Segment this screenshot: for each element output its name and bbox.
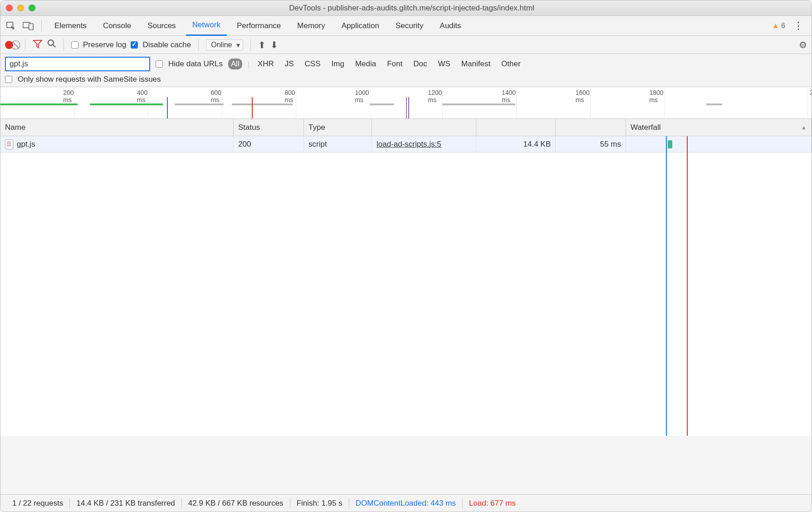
separator: [41, 20, 42, 32]
tick-label: 400 ms: [137, 89, 150, 103]
type-chip-font[interactable]: Font: [384, 59, 405, 69]
tick-label: 1600 ms: [576, 89, 592, 103]
filter-input[interactable]: [5, 57, 150, 71]
throttling-select[interactable]: Online: [206, 39, 243, 50]
tick-label: 1800 ms: [649, 89, 666, 103]
warnings-badge[interactable]: ▲ 6: [772, 21, 785, 30]
filter-icon[interactable]: [33, 39, 43, 50]
cell-time: 55 ms: [556, 136, 626, 152]
cell-size: 14.4 KB: [476, 136, 556, 152]
col-status[interactable]: Status: [234, 119, 304, 136]
preserve-log-checkbox[interactable]: [71, 41, 78, 49]
table-row[interactable]: gpt.js 200 script load-ad-scripts.js:5 1…: [0, 136, 812, 153]
col-initiator[interactable]: [372, 119, 476, 136]
tick-label: 1400 ms: [502, 89, 519, 103]
inspect-element-icon[interactable]: [4, 19, 18, 33]
samesite-label: Only show requests with SameSite issues: [18, 75, 161, 84]
type-chip-xhr[interactable]: XHR: [255, 59, 277, 69]
cell-type: script: [304, 136, 372, 152]
svg-line-4: [53, 45, 55, 47]
type-chip-all[interactable]: All: [228, 59, 242, 69]
status-bar: 1 / 22 requests 14.4 KB / 231 KB transfe…: [0, 494, 812, 512]
separator: [64, 39, 64, 51]
type-chip-img[interactable]: Img: [329, 59, 347, 69]
status-load: Load: 677 ms: [463, 498, 522, 509]
tab-audits[interactable]: Audits: [433, 16, 467, 36]
type-chip-media[interactable]: Media: [352, 59, 379, 69]
request-table: gpt.js 200 script load-ad-scripts.js:5 1…: [0, 136, 812, 436]
cell-name[interactable]: gpt.js: [0, 136, 234, 152]
col-type[interactable]: Type: [304, 119, 372, 136]
device-toolbar-icon[interactable]: [21, 19, 35, 33]
more-options-icon[interactable]: ⋮: [789, 20, 808, 32]
type-chip-doc[interactable]: Doc: [411, 59, 430, 69]
tab-sources[interactable]: Sources: [141, 16, 182, 36]
cell-initiator[interactable]: load-ad-scripts.js:5: [372, 136, 476, 152]
disable-cache-checkbox[interactable]: [131, 41, 138, 49]
cell-status: 200: [234, 136, 304, 152]
search-icon[interactable]: [47, 39, 56, 50]
col-name[interactable]: Name: [0, 119, 234, 136]
tick-label: 600 ms: [211, 89, 224, 103]
request-name: gpt.js: [17, 140, 35, 149]
warning-count: 6: [781, 22, 785, 30]
type-chip-css[interactable]: CSS: [302, 59, 323, 69]
cell-waterfall: [626, 136, 812, 152]
initiator-link[interactable]: load-ad-scripts.js:5: [377, 140, 441, 149]
separator: [25, 39, 25, 51]
svg-rect-2: [29, 23, 33, 30]
type-chip-ws[interactable]: WS: [435, 59, 453, 69]
samesite-checkbox[interactable]: [5, 76, 12, 83]
warning-icon: ▲: [772, 21, 779, 30]
zoom-window-button[interactable]: [29, 5, 35, 11]
close-window-button[interactable]: [6, 5, 13, 11]
filter-bar: Hide data URLs All | XHR JS CSS Img Medi…: [0, 54, 812, 87]
separator: [250, 39, 251, 51]
tab-security[interactable]: Security: [389, 16, 430, 36]
tick-label: 2000: [810, 89, 812, 96]
timeline-overview[interactable]: 200 ms 400 ms 600 ms 800 ms 1000 ms 1200…: [0, 87, 812, 119]
tab-performance[interactable]: Performance: [230, 16, 287, 36]
type-chip-js[interactable]: JS: [282, 59, 297, 69]
svg-point-3: [48, 40, 54, 45]
hide-data-urls-label: Hide data URLs: [168, 59, 223, 69]
tick-label: 800 ms: [284, 89, 298, 103]
upload-icon[interactable]: ⬆: [258, 39, 266, 50]
status-domcontentloaded: DOMContentLoaded: 443 ms: [349, 498, 463, 509]
minimize-window-button[interactable]: [17, 5, 24, 11]
status-transferred: 14.4 KB / 231 KB transferred: [70, 498, 181, 509]
tab-console[interactable]: Console: [97, 16, 137, 36]
table-header: Name Status Type Waterfall: [0, 119, 812, 136]
type-chip-other[interactable]: Other: [499, 59, 523, 69]
tab-elements[interactable]: Elements: [48, 16, 93, 36]
tab-memory[interactable]: Memory: [291, 16, 331, 36]
tick-label: 1200 ms: [428, 89, 445, 103]
type-chip-manifest[interactable]: Manifest: [459, 59, 493, 69]
panel-tabs: Elements Console Sources Network Perform…: [0, 16, 812, 36]
status-requests: 1 / 22 requests: [6, 498, 70, 509]
col-size[interactable]: [476, 119, 556, 136]
col-time[interactable]: [556, 119, 626, 136]
settings-gear-icon[interactable]: ⚙: [799, 39, 807, 50]
network-toolbar: ⃠ Preserve log Disable cache Online ⬆ ⬇ …: [0, 36, 812, 54]
titlebar: DevTools - publisher-ads-audits.glitch.m…: [0, 0, 812, 16]
window-controls: [6, 5, 35, 11]
tick-label: 200 ms: [63, 89, 76, 103]
hide-data-urls-checkbox[interactable]: [156, 60, 163, 68]
col-waterfall[interactable]: Waterfall: [626, 119, 812, 136]
tick-label: 1000 ms: [355, 89, 372, 103]
download-icon[interactable]: ⬇: [270, 39, 278, 50]
file-icon: [5, 139, 13, 149]
record-button[interactable]: [5, 41, 13, 49]
status-resources: 42.9 KB / 667 KB resources: [182, 498, 290, 509]
tab-network[interactable]: Network: [186, 16, 227, 36]
preserve-log-label: Preserve log: [83, 40, 126, 49]
disable-cache-label: Disable cache: [142, 40, 191, 49]
status-finish: Finish: 1.95 s: [290, 498, 349, 509]
separator: [198, 39, 199, 51]
tab-application[interactable]: Application: [335, 16, 386, 36]
window-title: DevTools - publisher-ads-audits.glitch.m…: [44, 4, 806, 13]
